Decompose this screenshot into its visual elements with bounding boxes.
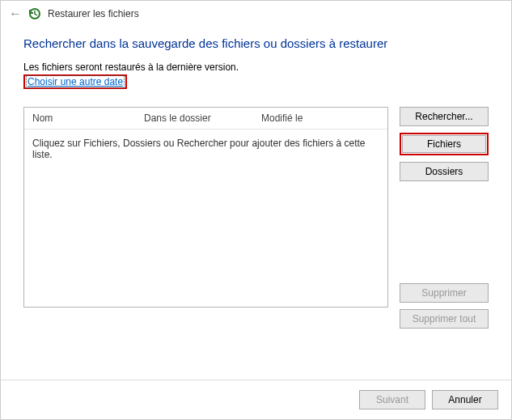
link-row: Choisir une autre date — [23, 74, 489, 89]
file-list-panel: Nom Dans le dossier Modifié le Cliquez s… — [23, 107, 388, 308]
main-row: Nom Dans le dossier Modifié le Cliquez s… — [23, 107, 489, 380]
column-modified[interactable]: Modifié le — [253, 112, 387, 124]
files-button[interactable]: Fichiers — [402, 135, 486, 153]
link-highlight-box: Choisir une autre date — [23, 74, 127, 89]
remove-all-button: Supprimer tout — [400, 309, 489, 329]
remove-button: Supprimer — [400, 283, 489, 303]
footer: Suivant Annuler — [1, 380, 511, 419]
cancel-button[interactable]: Annuler — [432, 390, 498, 409]
window-title: Restaurer les fichiers — [48, 8, 139, 19]
list-empty-text: Cliquez sur Fichiers, Dossiers ou Recher… — [24, 129, 387, 307]
titlebar: ← Restaurer les fichiers — [1, 1, 511, 23]
page-heading: Rechercher dans la sauvegarde des fichie… — [23, 36, 489, 50]
spacer — [400, 188, 489, 277]
choose-date-link[interactable]: Choisir une autre date — [26, 75, 125, 88]
content-area: Rechercher dans la sauvegarde des fichie… — [1, 23, 511, 380]
search-button[interactable]: Rechercher... — [400, 107, 489, 126]
files-button-highlight: Fichiers — [400, 133, 489, 155]
side-buttons: Rechercher... Fichiers Dossiers Supprime… — [400, 107, 489, 380]
list-header: Nom Dans le dossier Modifié le — [24, 108, 387, 129]
back-arrow-icon[interactable]: ← — [9, 7, 22, 20]
folders-button[interactable]: Dossiers — [400, 162, 489, 181]
next-button: Suivant — [359, 390, 425, 409]
restore-icon — [28, 7, 41, 20]
subtext: Les fichiers seront restaurés à la derni… — [23, 62, 489, 73]
column-name[interactable]: Nom — [24, 112, 136, 124]
column-folder[interactable]: Dans le dossier — [136, 112, 253, 124]
